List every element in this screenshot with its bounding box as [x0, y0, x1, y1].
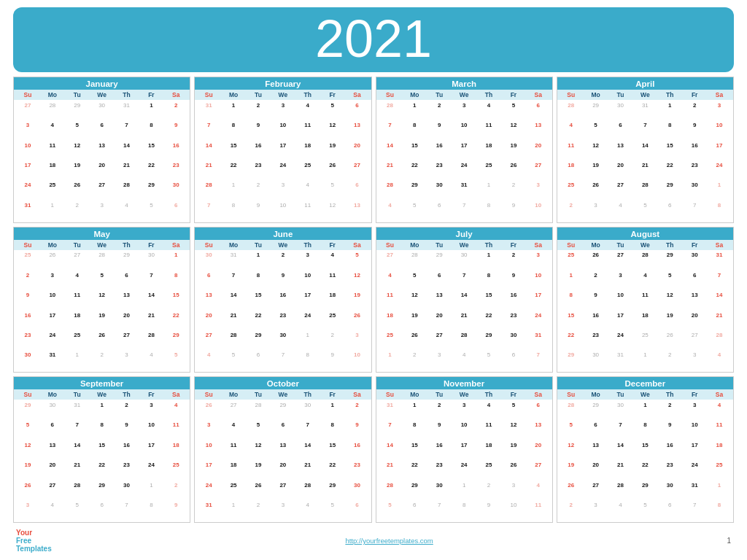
- day-cell: 28: [139, 331, 163, 351]
- day-cell: 29: [90, 481, 115, 500]
- dow-cell-th: Th: [115, 390, 139, 399]
- day-cell: 14: [65, 440, 90, 460]
- dow-cell-tu: Tu: [608, 90, 633, 99]
- day-cell: 11: [476, 121, 501, 141]
- dow-cell-tu: Tu: [246, 90, 271, 99]
- day-cell: 29: [427, 251, 452, 271]
- dow-cell-su: Su: [196, 90, 221, 99]
- dow-row: SuMoTuWeThFrSa: [557, 240, 733, 250]
- day-cell: 23: [657, 461, 682, 481]
- day-cell: 30: [271, 331, 295, 351]
- day-cell: 23: [246, 160, 271, 180]
- day-cell: 6: [345, 101, 370, 120]
- day-cell: 28: [378, 481, 403, 500]
- day-cell: 19: [246, 461, 271, 481]
- day-cell: 24: [608, 331, 633, 351]
- dow-cell-mo: Mo: [402, 241, 427, 249]
- dow-cell-we: We: [271, 241, 295, 249]
- day-cell: 8: [707, 201, 732, 220]
- day-cell: 25: [378, 331, 403, 351]
- day-cell: 29: [559, 351, 584, 370]
- day-cell: 5: [320, 501, 345, 521]
- dow-cell-fr: Fr: [139, 90, 163, 99]
- day-cell: 3: [271, 181, 295, 201]
- day-cell: 22: [402, 160, 427, 180]
- day-cell: 28: [246, 400, 271, 420]
- day-cell: 18: [221, 461, 246, 481]
- day-cell: 1: [221, 101, 246, 120]
- day-cell: 1: [476, 251, 501, 271]
- day-cell: 3: [115, 351, 139, 370]
- month-name-may: May: [14, 228, 190, 240]
- day-cell: 11: [378, 291, 403, 311]
- day-cell: 12: [584, 141, 608, 160]
- dow-cell-tu: Tu: [246, 241, 271, 249]
- day-cell: 14: [221, 291, 246, 311]
- day-cell: 4: [378, 271, 403, 290]
- day-cell: 6: [402, 501, 427, 521]
- day-cell: 16: [501, 291, 526, 311]
- day-cell: 10: [295, 271, 320, 290]
- day-cell: 8: [246, 271, 271, 290]
- dow-cell-sa: Sa: [707, 241, 732, 249]
- day-cell: 2: [246, 501, 271, 521]
- day-cell: 1: [295, 331, 320, 351]
- day-cell: 21: [707, 311, 732, 330]
- days-grid: 2829303112345678910111213141516171819202…: [557, 100, 733, 222]
- day-cell: 7: [295, 421, 320, 440]
- day-cell: 14: [632, 141, 657, 160]
- day-cell: 30: [40, 400, 65, 420]
- day-cell: 17: [526, 291, 551, 311]
- day-cell: 8: [139, 501, 163, 521]
- day-cell: 31: [707, 251, 732, 271]
- day-cell: 8: [657, 121, 682, 141]
- footer-url[interactable]: http://yourfreetemplates.com: [345, 537, 433, 545]
- day-cell: 13: [526, 121, 551, 141]
- day-cell: 5: [501, 101, 526, 120]
- day-cell: 28: [559, 101, 584, 120]
- day-cell: 27: [427, 331, 452, 351]
- day-cell: 17: [452, 440, 476, 460]
- day-cell: 11: [40, 141, 65, 160]
- day-cell: 3: [526, 251, 551, 271]
- day-cell: 21: [632, 160, 657, 180]
- day-cell: 11: [476, 421, 501, 440]
- day-cell: 27: [526, 160, 551, 180]
- dow-cell-mo: Mo: [402, 390, 427, 399]
- day-cell: 23: [163, 160, 188, 180]
- day-cell: 7: [632, 121, 657, 141]
- dow-cell-sa: Sa: [707, 90, 732, 99]
- day-cell: 11: [320, 271, 345, 290]
- day-cell: 13: [584, 440, 608, 460]
- day-cell: 5: [320, 181, 345, 201]
- day-cell: 2: [320, 331, 345, 351]
- day-cell: 26: [345, 311, 370, 330]
- day-cell: 15: [320, 440, 345, 460]
- day-cell: 27: [90, 181, 115, 201]
- day-cell: 22: [320, 461, 345, 481]
- day-cell: 19: [584, 160, 608, 180]
- day-cell: 7: [221, 271, 246, 290]
- day-cell: 26: [584, 251, 608, 271]
- day-cell: 22: [163, 311, 188, 330]
- day-cell: 2: [476, 481, 501, 500]
- day-cell: 23: [584, 331, 608, 351]
- day-cell: 28: [40, 101, 65, 120]
- day-cell: 7: [139, 271, 163, 290]
- day-cell: 1: [476, 181, 501, 201]
- day-cell: 21: [139, 311, 163, 330]
- day-cell: 20: [40, 461, 65, 481]
- day-cell: 22: [632, 461, 657, 481]
- day-cell: 19: [320, 141, 345, 160]
- dow-cell-fr: Fr: [139, 241, 163, 249]
- day-cell: 15: [90, 440, 115, 460]
- day-cell: 26: [657, 331, 682, 351]
- day-cell: 11: [295, 201, 320, 220]
- day-cell: 16: [682, 141, 707, 160]
- day-cell: 26: [501, 461, 526, 481]
- day-cell: 21: [378, 461, 403, 481]
- day-cell: 12: [65, 141, 90, 160]
- day-cell: 1: [221, 181, 246, 201]
- day-cell: 15: [402, 141, 427, 160]
- day-cell: 2: [90, 351, 115, 370]
